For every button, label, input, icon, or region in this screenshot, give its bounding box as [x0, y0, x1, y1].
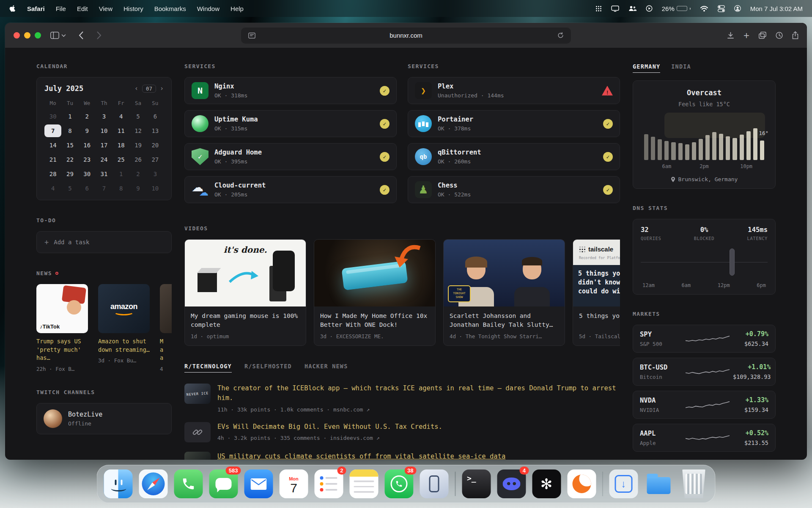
service-chess[interactable]: ♟ Chess OK · 522ms ✓: [408, 176, 620, 203]
calendar-day[interactable]: 6: [79, 182, 96, 195]
apple-menu-icon[interactable]: [9, 5, 16, 12]
menu-view[interactable]: View: [99, 5, 112, 12]
news-item[interactable]: amazon Amazon to shut down streaming… 3d…: [98, 284, 150, 372]
service-uptime-kuma[interactable]: Uptime Kuma OK · 315ms ✓: [184, 110, 397, 137]
zoom-window-button[interactable]: [35, 32, 41, 39]
calendar-day[interactable]: 11: [112, 124, 129, 137]
calendar-day[interactable]: 2: [129, 168, 146, 180]
tab-r-selfhosted[interactable]: R/SELFHOSTED: [244, 363, 292, 373]
sidebar-toggle-icon[interactable]: [50, 32, 66, 39]
dock-phone[interactable]: [174, 469, 203, 498]
video-item[interactable]: THE TONIGHT SHOW Scarlett Johansson and …: [443, 239, 565, 346]
feed-post[interactable]: US military cuts climate scientists off …: [184, 452, 620, 460]
wifi-icon[interactable]: [700, 6, 708, 12]
calendar-day[interactable]: 1: [61, 110, 78, 123]
downloads-icon[interactable]: [727, 32, 734, 39]
url-text[interactable]: bunnxr.com: [257, 32, 555, 39]
dock-crunchyroll[interactable]: [567, 469, 596, 498]
calendar-day[interactable]: 5: [129, 110, 146, 123]
twitch-channel-row[interactable]: BotezLive Offline: [36, 403, 172, 434]
history-icon[interactable]: [776, 32, 783, 39]
video-item-clipped[interactable]: tailscale Recorded for PlatformCon NY 5 …: [573, 239, 620, 346]
service-adguard[interactable]: ✓ Adguard Home OK · 395ms ✓: [184, 143, 397, 170]
menu-help[interactable]: Help: [230, 5, 244, 12]
user-switch-icon[interactable]: [734, 5, 741, 12]
service-portainer[interactable]: Portainer OK · 378ms ✓: [408, 110, 620, 137]
market-row-aapl[interactable]: AAPL Apple +0.52% $213.55: [633, 424, 776, 452]
people-icon[interactable]: [628, 6, 636, 11]
dock-downloads[interactable]: ↓: [609, 469, 638, 498]
calendar-day[interactable]: 20: [147, 139, 164, 152]
page-settings-icon[interactable]: [246, 33, 257, 39]
tab-india[interactable]: INDIA: [671, 63, 691, 73]
calendar-day[interactable]: 15: [61, 139, 78, 152]
play-circle-icon[interactable]: [646, 5, 653, 12]
forward-button[interactable]: [97, 31, 102, 39]
calendar-day[interactable]: 25: [112, 153, 129, 166]
dns-scrubber[interactable]: [730, 248, 735, 276]
video-item[interactable]: How I Made My Home Office 10x Better Wit…: [314, 239, 436, 346]
dock-iphone-mirroring[interactable]: [420, 469, 449, 498]
feed-post[interactable]: EVs Will Decimate Big Oil. Even Without …: [184, 422, 620, 442]
menu-clock[interactable]: Mon 7 Jul 3:02 AM: [750, 5, 803, 12]
calendar-day[interactable]: 26: [129, 153, 146, 166]
video-item[interactable]: it's done. My dream gaming mouse is 100%…: [184, 239, 306, 346]
menu-window[interactable]: Window: [197, 5, 219, 12]
calendar-day[interactable]: 30: [79, 168, 96, 180]
calendar-day[interactable]: 29: [61, 168, 78, 180]
menu-file[interactable]: File: [56, 5, 66, 12]
dns-timeline[interactable]: [641, 244, 768, 280]
grid-dots-icon[interactable]: [595, 6, 602, 12]
dock-safari[interactable]: [139, 469, 168, 498]
control-center-icon[interactable]: [718, 5, 725, 12]
calendar-day[interactable]: 3: [96, 110, 112, 123]
calendar-day[interactable]: 3: [147, 168, 164, 180]
back-button[interactable]: [79, 31, 83, 39]
calendar-day[interactable]: 8: [61, 124, 78, 137]
calendar-day[interactable]: 12: [129, 124, 146, 137]
calendar-next-icon[interactable]: ›: [160, 85, 164, 92]
calendar-day[interactable]: 21: [44, 153, 61, 166]
feed-post[interactable]: The creator of the ICEBlock app — which …: [184, 384, 620, 413]
calendar-day[interactable]: 9: [129, 182, 146, 195]
menu-bookmarks[interactable]: Bookmarks: [154, 5, 186, 12]
calendar-day[interactable]: 28: [44, 168, 61, 180]
calendar-day[interactable]: 23: [79, 153, 96, 166]
calendar-day[interactable]: 18: [112, 139, 129, 152]
dock-terminal[interactable]: >_: [462, 469, 491, 498]
dock-mail[interactable]: [244, 469, 273, 498]
calendar-day[interactable]: 9: [79, 124, 96, 137]
calendar-day[interactable]: 8: [112, 182, 129, 195]
news-item[interactable]: ♪TikTok Trump says US 'pretty much' has……: [36, 284, 88, 372]
address-bar[interactable]: bunnxr.com: [241, 28, 571, 44]
calendar-day[interactable]: 13: [147, 124, 164, 137]
battery-indicator[interactable]: 26%: [662, 5, 691, 12]
calendar-day[interactable]: 22: [61, 153, 78, 166]
calendar-day[interactable]: 31: [96, 168, 112, 180]
market-row-spy[interactable]: SPY S&P 500 +0.79% $625.34: [633, 325, 776, 353]
service-plex[interactable]: ❯ Plex Unauthorized · 144ms !: [408, 77, 620, 104]
news-item-clipped[interactable]: M a a 4: [160, 284, 172, 372]
service-qbittorrent[interactable]: qb qBittorrent OK · 260ms ✓: [408, 143, 620, 170]
calendar-day[interactable]: 7: [44, 124, 61, 137]
tab-r-technology[interactable]: R/TECHNOLOGY: [184, 363, 232, 373]
calendar-day[interactable]: 1: [112, 168, 129, 180]
calendar-day[interactable]: 4: [44, 182, 61, 195]
dock-notes[interactable]: [350, 469, 379, 498]
dock-discord[interactable]: 4: [497, 469, 526, 498]
calendar-day[interactable]: 2: [79, 110, 96, 123]
share-icon[interactable]: [792, 31, 798, 39]
add-task-input[interactable]: + Add a task: [36, 231, 172, 253]
refresh-icon[interactable]: [555, 32, 566, 39]
calendar-day[interactable]: 4: [112, 110, 129, 123]
minimize-window-button[interactable]: [24, 32, 30, 39]
dock-messages[interactable]: 583: [209, 469, 238, 498]
dock-documents-folder[interactable]: [645, 469, 673, 498]
service-nginx[interactable]: N Nginx OK · 318ms ✓: [184, 77, 397, 104]
calendar-day[interactable]: 5: [61, 182, 78, 195]
calendar-day[interactable]: 14: [44, 139, 61, 152]
tab-hacker-news[interactable]: HACKER NEWS: [304, 363, 348, 373]
calendar-day[interactable]: 19: [129, 139, 146, 152]
new-tab-icon[interactable]: +: [743, 30, 749, 41]
display-icon[interactable]: [611, 6, 619, 12]
